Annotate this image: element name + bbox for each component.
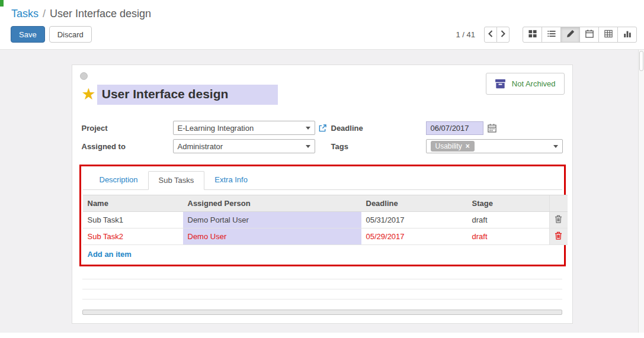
table-row: Sub Task2 Demo User 05/29/2017 draft bbox=[83, 228, 568, 245]
empty-line bbox=[82, 299, 562, 309]
chevron-right-icon bbox=[501, 30, 505, 39]
archive-toggle-button[interactable]: Not Archived bbox=[486, 73, 565, 95]
horizontal-scrollbar[interactable] bbox=[82, 310, 562, 315]
notebook-tabs: Description Sub Tasks Extra Info bbox=[83, 171, 562, 190]
cell-assigned-person[interactable]: Demo Portal User bbox=[183, 212, 361, 228]
tab-extra-info[interactable]: Extra Info bbox=[204, 171, 258, 189]
empty-description-area bbox=[82, 279, 562, 309]
external-link-icon[interactable] bbox=[319, 124, 326, 132]
empty-line bbox=[82, 289, 562, 299]
save-button[interactable]: Save bbox=[11, 26, 45, 43]
column-header-assigned-person[interactable]: Assigned Person bbox=[183, 195, 361, 212]
annotation-highlight: Description Sub Tasks Extra Info Name As… bbox=[79, 165, 566, 266]
tab-sub-tasks[interactable]: Sub Tasks bbox=[148, 171, 205, 190]
tag-pill-usability: Usability × bbox=[431, 141, 475, 152]
task-title-input[interactable]: User Interface design bbox=[97, 85, 278, 105]
calendar-view-button[interactable] bbox=[579, 27, 599, 43]
graph-view-button[interactable] bbox=[617, 27, 637, 43]
calendar-icon bbox=[585, 30, 594, 40]
trash-icon bbox=[555, 231, 562, 242]
column-header-deadline[interactable]: Deadline bbox=[361, 195, 467, 212]
field-grid: Project E-Learning Integration Assigned … bbox=[82, 121, 563, 157]
assigned-to-select[interactable]: Administrator bbox=[173, 139, 315, 153]
edit-pencil-icon bbox=[566, 30, 575, 40]
priority-star-icon[interactable]: ★ bbox=[82, 85, 96, 104]
pivot-table-icon bbox=[604, 30, 613, 40]
cell-name[interactable]: Sub Task1 bbox=[83, 212, 183, 228]
tag-remove-icon[interactable]: × bbox=[466, 142, 470, 150]
project-select[interactable]: E-Learning Integration bbox=[173, 121, 315, 135]
archive-status-label: Not Archived bbox=[512, 79, 556, 88]
archive-box-icon bbox=[495, 78, 506, 89]
breadcrumb-separator: / bbox=[43, 8, 46, 20]
table-row: Sub Task1 Demo Portal User 05/31/2017 dr… bbox=[83, 212, 568, 228]
cell-deadline[interactable]: 05/31/2017 bbox=[361, 212, 467, 228]
pager-next-button[interactable] bbox=[496, 27, 510, 43]
delete-row-button[interactable] bbox=[555, 231, 562, 242]
add-an-item-link[interactable]: Add an item bbox=[83, 245, 562, 265]
pivot-view-button[interactable] bbox=[598, 27, 618, 43]
kanban-view-button[interactable] bbox=[523, 27, 542, 43]
control-bar: Save Discard 1 / 41 bbox=[0, 20, 644, 50]
pager-counter[interactable]: 1 / 41 bbox=[456, 30, 475, 39]
project-select-value: E-Learning Integration bbox=[178, 124, 254, 133]
cell-stage[interactable]: draft bbox=[467, 228, 550, 245]
column-header-actions bbox=[550, 195, 568, 212]
cell-actions bbox=[550, 228, 568, 245]
column-header-name[interactable]: Name bbox=[83, 195, 183, 212]
discard-button[interactable]: Discard bbox=[49, 26, 92, 43]
browser-edge-artifact-green bbox=[0, 0, 4, 7]
cell-stage[interactable]: draft bbox=[467, 212, 550, 228]
subtasks-table: Name Assigned Person Deadline Stage Sub … bbox=[83, 195, 568, 245]
cell-deadline[interactable]: 05/29/2017 bbox=[361, 228, 467, 245]
kanban-icon bbox=[528, 30, 537, 40]
tag-label: Usability bbox=[435, 142, 462, 150]
tags-field-label: Tags bbox=[331, 142, 426, 151]
list-view-button[interactable] bbox=[542, 27, 561, 43]
vertical-scrollbar-thumb[interactable] bbox=[639, 51, 643, 71]
form-view-button[interactable] bbox=[560, 27, 580, 43]
chevron-left-icon bbox=[488, 30, 493, 39]
assigned-to-select-value: Administrator bbox=[178, 142, 223, 151]
bar-chart-icon bbox=[623, 30, 632, 40]
breadcrumb-current: User Interface design bbox=[50, 8, 151, 20]
cell-name[interactable]: Sub Task2 bbox=[83, 228, 183, 245]
datepicker-calendar-icon[interactable] bbox=[488, 124, 496, 133]
delete-row-button[interactable] bbox=[555, 215, 562, 225]
pager-previous-button[interactable] bbox=[484, 27, 497, 43]
cell-assigned-person[interactable]: Demo User bbox=[183, 228, 361, 245]
form-view-area: Not Archived ★ User Interface design Pro… bbox=[0, 50, 644, 333]
task-form-sheet: Not Archived ★ User Interface design Pro… bbox=[72, 65, 573, 324]
list-icon bbox=[547, 30, 556, 40]
cell-actions bbox=[550, 212, 568, 228]
empty-line bbox=[82, 279, 562, 289]
table-header-row: Name Assigned Person Deadline Stage bbox=[83, 195, 568, 212]
view-switcher bbox=[523, 27, 637, 43]
tags-select[interactable]: Usability × bbox=[426, 139, 563, 153]
assigned-to-field-label: Assigned to bbox=[82, 142, 173, 151]
app-header: Tasks/User Interface design Save Discard… bbox=[0, 0, 644, 50]
kanban-state-circle bbox=[80, 72, 88, 80]
deadline-field-label: Deadline bbox=[331, 124, 426, 133]
deadline-date-input[interactable]: 06/07/2017 bbox=[426, 121, 483, 135]
project-field-label: Project bbox=[82, 124, 173, 133]
breadcrumb: Tasks/User Interface design bbox=[0, 0, 644, 20]
trash-icon bbox=[555, 215, 562, 225]
vertical-scrollbar[interactable] bbox=[638, 50, 644, 333]
pager-nav-group bbox=[484, 27, 510, 43]
tab-description[interactable]: Description bbox=[89, 171, 148, 189]
breadcrumb-tasks-link[interactable]: Tasks bbox=[11, 8, 39, 20]
column-header-stage[interactable]: Stage bbox=[467, 195, 550, 212]
